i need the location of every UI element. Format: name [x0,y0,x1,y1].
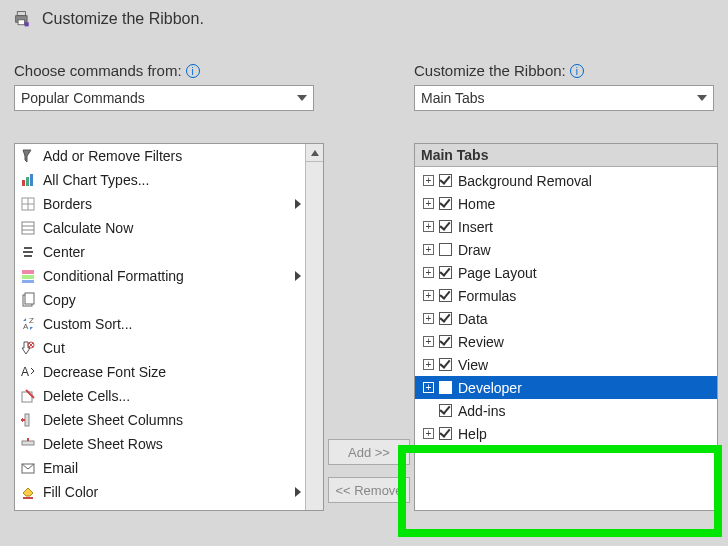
svg-rect-3 [25,22,29,26]
command-item[interactable]: Calculate Now [15,216,323,240]
tree-item-label: View [458,357,488,373]
command-icon [19,387,37,405]
command-label: Email [43,460,78,476]
page-title: Customize the Ribbon. [42,10,204,28]
command-item[interactable]: Conditional Formatting [15,264,323,288]
command-icon: A [19,363,37,381]
svg-text:A: A [21,365,29,379]
customize-ribbon-label: Customize the Ribbon: [414,62,566,79]
command-item[interactable]: Email [15,456,323,480]
command-item[interactable]: Cut [15,336,323,360]
tree-item[interactable]: +Draw [415,238,717,261]
checkbox[interactable] [439,174,452,187]
ribbon-tabs-tree[interactable]: Main Tabs +Background Removal+Home+Inser… [414,143,718,511]
command-label: Custom Sort... [43,316,132,332]
chevron-down-icon [297,95,307,101]
expand-icon[interactable]: + [423,313,434,324]
tree-item[interactable]: +Page Layout [415,261,717,284]
tree-item[interactable]: +View [415,353,717,376]
expand-icon[interactable]: + [423,382,434,393]
expand-icon[interactable]: + [423,221,434,232]
expand-icon[interactable]: + [423,428,434,439]
command-icon [19,243,37,261]
dropdown-value: Popular Commands [21,90,145,106]
tree-item-label: Background Removal [458,173,592,189]
expand-icon[interactable]: + [423,175,434,186]
chevron-down-icon [697,95,707,101]
command-item[interactable]: Delete Sheet Rows [15,432,323,456]
tree-item-label: Add-ins [458,403,505,419]
command-icon [19,147,37,165]
checkbox[interactable] [439,381,452,394]
svg-rect-16 [22,270,34,274]
command-item[interactable]: Delete Sheet Columns [15,408,323,432]
checkbox[interactable] [439,243,452,256]
checkbox[interactable] [439,266,452,279]
command-label: Delete Sheet Columns [43,412,183,428]
svg-rect-6 [30,174,33,186]
checkbox[interactable] [439,404,452,417]
command-label: Center [43,244,85,260]
tree-item[interactable]: +Help [415,422,717,445]
svg-rect-29 [25,414,29,426]
choose-commands-dropdown[interactable]: Popular Commands [14,85,314,111]
expand-icon[interactable]: + [423,244,434,255]
tree-item[interactable]: +Developer [415,376,717,399]
command-item[interactable]: AZCustom Sort... [15,312,323,336]
svg-rect-17 [22,275,34,279]
command-label: Borders [43,196,92,212]
add-button[interactable]: Add >> [328,439,410,465]
tree-item[interactable]: +Formulas [415,284,717,307]
tree-item[interactable]: +Review [415,330,717,353]
expand-icon[interactable]: + [423,290,434,301]
command-label: Conditional Formatting [43,268,184,284]
commands-listbox[interactable]: Add or Remove FiltersAll Chart Types...B… [14,143,324,511]
info-icon[interactable]: i [186,64,200,78]
tree-item[interactable]: +Data [415,307,717,330]
command-item[interactable]: Borders [15,192,323,216]
tree-item-label: Insert [458,219,493,235]
checkbox[interactable] [439,335,452,348]
remove-button[interactable]: << Remove [328,477,410,503]
checkbox[interactable] [439,197,452,210]
tree-item[interactable]: +Home [415,192,717,215]
svg-rect-33 [22,441,34,445]
svg-rect-20 [25,293,34,304]
command-item[interactable]: Delete Cells... [15,384,323,408]
svg-text:Z: Z [29,316,34,325]
tree-item[interactable]: +Insert [415,215,717,238]
command-icon [19,459,37,477]
expand-icon[interactable]: + [423,267,434,278]
command-item[interactable]: ADecrease Font Size [15,360,323,384]
svg-rect-4 [22,180,25,186]
command-label: Delete Sheet Rows [43,436,163,452]
submenu-arrow-icon [295,271,301,281]
checkbox[interactable] [439,312,452,325]
tree-item[interactable]: +Background Removal [415,169,717,192]
checkbox[interactable] [439,220,452,233]
command-item[interactable]: Copy [15,288,323,312]
customize-ribbon-dropdown[interactable]: Main Tabs [414,85,714,111]
command-item[interactable]: All Chart Types... [15,168,323,192]
command-icon [19,291,37,309]
command-icon [19,267,37,285]
info-icon[interactable]: i [570,64,584,78]
svg-line-28 [26,390,34,398]
checkbox[interactable] [439,289,452,302]
command-label: Cut [43,340,65,356]
tree-item-label: Page Layout [458,265,537,281]
expand-icon[interactable]: + [423,359,434,370]
checkbox[interactable] [439,358,452,371]
choose-commands-label: Choose commands from: [14,62,182,79]
expand-icon[interactable]: + [423,198,434,209]
tree-item[interactable]: Add-ins [415,399,717,422]
command-item[interactable]: Center [15,240,323,264]
command-item[interactable]: Add or Remove Filters [15,144,323,168]
command-item[interactable]: Fill Color [15,480,323,504]
expand-icon[interactable]: + [423,336,434,347]
checkbox[interactable] [439,427,452,440]
tree-item-label: Formulas [458,288,516,304]
svg-rect-18 [22,280,34,283]
tree-item-label: Home [458,196,495,212]
tree-item-label: Review [458,334,504,350]
